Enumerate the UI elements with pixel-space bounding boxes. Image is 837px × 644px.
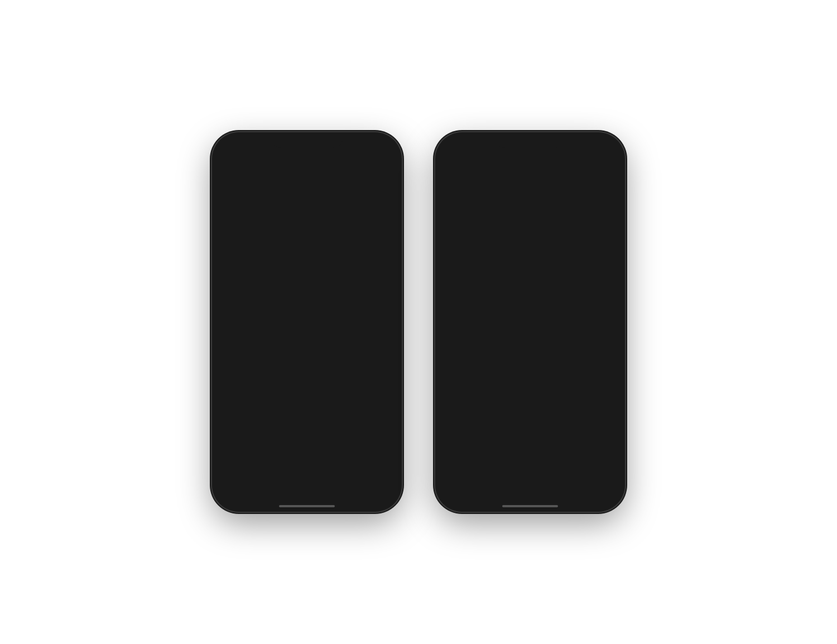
track-more-temptation[interactable]: ··· [354, 412, 363, 422]
svg-rect-3 [358, 147, 360, 153]
artist-item-bmt[interactable]: 🎤 Bring Me T... [262, 221, 294, 258]
chart-section-header: Чарт ВКонтакте Показать все [442, 392, 618, 408]
playlists-section-title: Подборки [225, 267, 264, 276]
profile-icon-right [591, 484, 603, 496]
play-icon-week [368, 342, 375, 349]
svg-point-19 [337, 487, 340, 490]
play-today-button[interactable] [281, 338, 297, 353]
artist-avatar-oasis: 🎵 [300, 221, 329, 250]
friends-icon-left [334, 484, 347, 496]
playlist-cover-today: Сегодня [225, 282, 301, 358]
track-thumb-temptation: 🎵 [225, 406, 248, 428]
track-info-cadillac: Cadillac E MORGENSHTERN, Элджей [477, 411, 554, 435]
nav-news-right[interactable] [457, 484, 469, 496]
recent-show-all[interactable]: Показать все [348, 391, 388, 398]
svg-rect-38 [497, 491, 502, 495]
track-more-krash[interactable]: ··· [578, 258, 587, 268]
track-item-veselei[interactable]: 🎤 Веселей E Скриптонит 3:38 ··· [442, 219, 618, 248]
track-item-deep-love[interactable]: 💜 DEEP LOVE Slame, Cherocky 2:51 ··· [442, 277, 618, 306]
svg-rect-32 [464, 486, 468, 489]
new-tracks-show-all[interactable]: Показать все [571, 207, 612, 215]
album-title-iroh: Моя преступность [502, 375, 551, 382]
news-icon-right [457, 484, 469, 496]
artist-item-three[interactable]: 🥁 Three D... [373, 221, 395, 258]
search-input-left[interactable]: Поиск музыки [234, 160, 388, 178]
new-albums-show-all[interactable]: Показать все [571, 310, 612, 318]
track-thumb-veselei: 🎤 [449, 222, 471, 244]
chart-title: Чарт ВКонтакте [449, 396, 509, 405]
svg-point-41 [595, 486, 599, 491]
nav-profile-right[interactable] [591, 484, 603, 496]
track-artist-krash: Клава Кока, NILETTO [477, 263, 554, 271]
nav-profile-left[interactable] [368, 484, 380, 496]
track-more-pretender[interactable]: ··· [354, 441, 363, 451]
search-icon-right [463, 166, 470, 172]
screen-content-left: Музыканты для Вас Показать все 🎸 Evanesc… [219, 203, 395, 505]
artists-scroll: 🎸 Evanescе... 🎤 Bring Me T... [219, 219, 395, 264]
play-week-button[interactable] [364, 338, 379, 353]
artist-name-evanescence: Evanescе... [227, 252, 256, 258]
chart-show-all[interactable]: Показать все [571, 396, 612, 404]
artist-item-oasis[interactable]: 🎵 Oasis [299, 221, 330, 258]
track-item-pretender[interactable]: 🎸 The Pretender Foo Fighters 4:27 ··· [219, 432, 395, 461]
search-input-right[interactable]: Поиск музыки [458, 160, 612, 178]
svg-rect-2 [355, 148, 357, 153]
track-item-temptation[interactable]: 🎵 Temptation Cradle Of Filth 3:47 ··· [219, 402, 395, 431]
track-more-deep-love[interactable]: ··· [603, 287, 612, 297]
nav-apps-left[interactable] [267, 484, 280, 496]
album-card-horus[interactable]: 🎨 Вопрос вр... Horus, Зар... [556, 324, 605, 388]
track-name-veselei: Веселей E [477, 225, 554, 234]
track-info-veselei: Веселей E Скриптонит [477, 225, 554, 242]
chart-side-thumb [593, 414, 612, 433]
back-button-right[interactable]: ‹ [449, 164, 454, 175]
artist-item-evanescence[interactable]: 🎸 Evanescе... [225, 221, 257, 258]
svg-rect-36 [497, 485, 502, 489]
svg-rect-27 [595, 148, 604, 152]
search-placeholder-left: Поиск музыки [250, 165, 296, 174]
status-icons-left [350, 147, 384, 153]
track-item-krash[interactable]: 💙 Краш Клава Кока, NILETTO 2:54 ··· [442, 248, 618, 277]
nav-chat-left[interactable] [301, 484, 313, 496]
track-more-veselei[interactable]: ··· [578, 228, 587, 238]
track-name-krash: Краш [477, 254, 554, 263]
nav-apps-right[interactable] [490, 484, 503, 496]
nav-news-left[interactable] [234, 484, 246, 496]
nav-chat-right[interactable] [524, 484, 536, 496]
nav-friends-left[interactable] [334, 484, 347, 496]
track-more-cadillac[interactable]: ··· [578, 419, 587, 429]
svg-rect-11 [235, 486, 239, 489]
search-bar-left: ‹ Поиск музыки [219, 158, 395, 182]
track-item-cadillac[interactable]: 🚗 Cadillac E MORGENSHTERN, Элджей 2:57 ·… [442, 408, 618, 439]
tabs-right: Моя музыка Для Вас Обзор [442, 182, 618, 199]
album-title-horus: Вопрос вр... [556, 375, 605, 382]
albums-row: SPRINGSUMMER 20 SS 20 Yanix ✊ Моя престу… [442, 322, 618, 392]
tab-browse-right[interactable]: Обзор [557, 182, 612, 198]
artist-name-bmt: Bring Me T... [262, 252, 294, 258]
tab-my-music-left[interactable]: Моя музыка [225, 182, 280, 198]
artists-show-all[interactable]: Показать все [348, 207, 388, 215]
artist-avatar-evanescence: 🎸 [227, 221, 256, 250]
artist-avatar-bmt: 🎤 [263, 221, 292, 250]
svg-rect-15 [268, 485, 273, 489]
apps-icon-right [490, 484, 503, 496]
artist-item-kings[interactable]: 🎶 Kings Of L... [336, 221, 367, 258]
status-time-right: 12:30 [453, 146, 472, 155]
search-placeholder-right: Поиск музыки [473, 165, 519, 174]
track-info-temptation: Temptation Cradle Of Filth [253, 409, 329, 425]
back-button-left[interactable]: ‹ [225, 164, 231, 175]
nav-friends-right[interactable] [557, 484, 570, 496]
album-card-ss20[interactable]: SPRINGSUMMER 20 SS 20 Yanix [449, 324, 498, 388]
tab-my-music-right[interactable]: Моя музыка [449, 182, 503, 198]
svg-rect-12 [240, 486, 244, 489]
phone-screen-left: 12:30 [219, 139, 395, 505]
tab-for-you-right[interactable]: Для Вас [503, 182, 557, 198]
artist-avatar-three: 🥁 [374, 221, 395, 250]
svg-rect-25 [581, 147, 583, 153]
tab-browse-left[interactable]: Обзор [334, 182, 388, 198]
svg-rect-5 [372, 148, 381, 152]
tab-for-you-left[interactable]: Для Вас [280, 182, 334, 198]
playlist-week[interactable]: Неделя Музыка для Вас обновлёнв четверг [308, 282, 384, 382]
album-card-iroh[interactable]: ✊ Моя преступность IROH [502, 324, 551, 388]
playlist-today[interactable]: Сегодня Музыка сегодня ● обновлён сегодн… [225, 282, 301, 382]
svg-rect-0 [350, 151, 352, 153]
